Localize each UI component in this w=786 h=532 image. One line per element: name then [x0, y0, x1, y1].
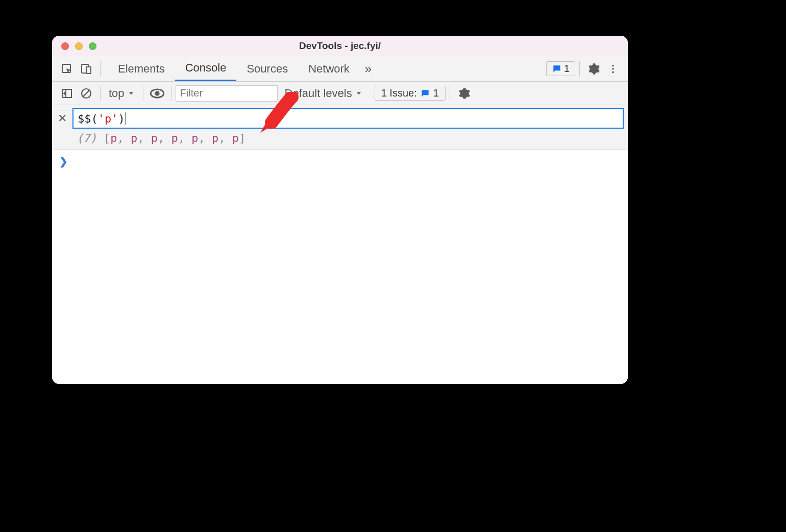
eager-eval-group: ✕ $$('p') (7) [p, p, p, p, p, p, p] [52, 105, 628, 150]
separator [579, 61, 580, 77]
feedback-count: 1 [564, 63, 570, 75]
code-token: ) [118, 112, 125, 125]
text-caret [126, 112, 126, 125]
eager-eval-preview: (7) [p, p, p, p, p, p, p] [56, 129, 624, 144]
comma: , [158, 132, 171, 144]
filter-input[interactable] [176, 85, 278, 102]
svg-point-5 [612, 71, 614, 73]
separator [171, 86, 171, 101]
message-icon [420, 88, 430, 99]
chevron-down-icon [128, 90, 135, 97]
separator [100, 61, 101, 77]
chevron-down-icon [355, 90, 362, 97]
code-token: 'p' [98, 112, 118, 125]
separator [100, 86, 101, 101]
tab-elements[interactable]: Elements [108, 56, 175, 81]
zoom-window-button[interactable] [89, 42, 96, 50]
devtools-window: DevTools - jec.fyi/ Elements Console Sou… [52, 36, 628, 384]
comma: , [218, 132, 232, 144]
comma: , [199, 132, 212, 144]
preview-element[interactable]: p [131, 132, 137, 144]
context-selector[interactable]: top [105, 87, 139, 100]
svg-point-3 [612, 64, 614, 66]
console-body: ✕ $$('p') (7) [p, p, p, p, p, p, p] ❯ [52, 105, 628, 384]
close-icon[interactable]: ✕ [56, 112, 68, 125]
toggle-sidebar-icon[interactable] [57, 84, 77, 103]
inspect-element-icon[interactable] [57, 59, 77, 79]
svg-point-10 [155, 91, 159, 95]
window-title: DevTools - jec.fyi/ [52, 40, 628, 52]
console-prompt-row[interactable]: ❯ [52, 150, 628, 173]
array-length: (7) [77, 132, 97, 144]
context-label: top [109, 87, 125, 100]
bracket-open: [ [104, 132, 110, 144]
preview-element[interactable]: p [110, 132, 117, 144]
svg-point-4 [612, 68, 614, 70]
code-token: ( [91, 112, 98, 125]
live-expression-icon[interactable] [148, 84, 167, 103]
comma: , [117, 132, 131, 144]
code-token: $$ [78, 112, 91, 125]
preview-element[interactable]: p [171, 132, 178, 144]
tab-network[interactable]: Network [298, 56, 360, 81]
minimize-window-button[interactable] [75, 42, 83, 50]
preview-element[interactable]: p [232, 132, 239, 144]
bracket-close: ] [239, 132, 245, 144]
window-controls [52, 42, 96, 50]
panel-tabs: Elements Console Sources Network » [108, 56, 377, 81]
main-toolbar: Elements Console Sources Network » 1 [52, 56, 628, 82]
issues-count: 1 [433, 87, 439, 99]
issues-button[interactable]: 1 Issue: 1 [375, 86, 446, 101]
prompt-chevron-icon: ❯ [59, 155, 68, 167]
console-input[interactable]: $$('p') [72, 108, 624, 129]
tab-console[interactable]: Console [175, 56, 237, 81]
titlebar: DevTools - jec.fyi/ [52, 36, 628, 56]
console-toolbar: top Default levels 1 Issue: 1 [52, 82, 628, 105]
device-toolbar-icon[interactable] [77, 59, 96, 79]
preview-element[interactable]: p [191, 132, 198, 144]
tab-sources[interactable]: Sources [236, 56, 298, 81]
separator [450, 86, 450, 101]
svg-rect-2 [86, 67, 91, 74]
more-menu-icon[interactable] [603, 59, 623, 79]
close-window-button[interactable] [61, 42, 69, 50]
levels-label: Default levels [285, 87, 352, 100]
preview-element[interactable]: p [212, 132, 218, 144]
console-settings-icon[interactable] [454, 84, 474, 103]
comma: , [137, 132, 151, 144]
issues-label: 1 Issue: [381, 87, 417, 99]
settings-icon[interactable] [584, 59, 603, 79]
log-levels-selector[interactable]: Default levels [278, 87, 370, 100]
more-tabs-icon[interactable]: » [360, 56, 377, 81]
clear-console-icon[interactable] [77, 84, 96, 103]
feedback-button[interactable]: 1 [546, 61, 575, 76]
separator [143, 86, 143, 101]
comma: , [178, 132, 192, 144]
preview-element[interactable]: p [151, 132, 158, 144]
